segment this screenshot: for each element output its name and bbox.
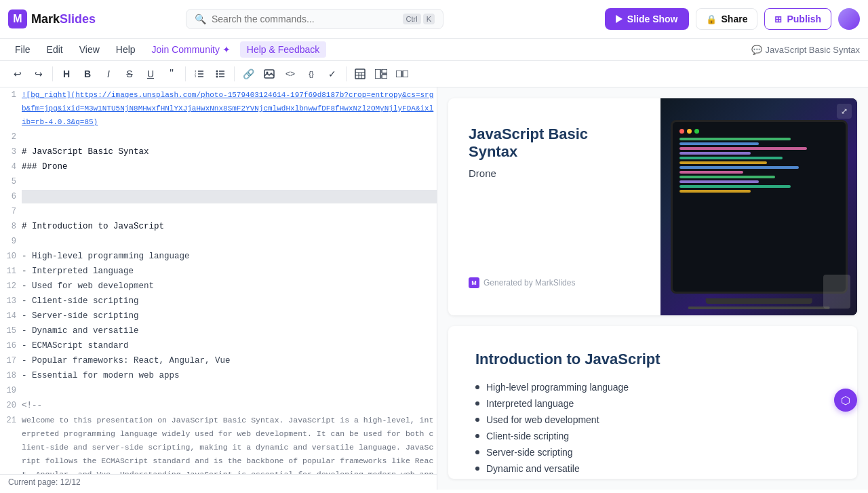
italic-button[interactable]: I xyxy=(99,64,118,83)
avatar[interactable] xyxy=(838,8,860,30)
slide-1-text: JavaScript Basic Syntax Drone xyxy=(469,125,640,179)
editor-line: 5 xyxy=(0,174,437,189)
search-input[interactable] xyxy=(212,14,397,24)
editor-line: 1 ![bg_right](https://images.unsplash.co… xyxy=(0,87,437,130)
lock-icon: 🔒 xyxy=(706,14,717,24)
menu-file[interactable]: File xyxy=(8,41,37,58)
svg-text:3: 3 xyxy=(195,75,197,78)
slide-1-subtitle: Drone xyxy=(469,167,640,179)
list-item: Client-side scripting xyxy=(475,431,830,441)
bullet-icon xyxy=(475,401,479,406)
undo-button[interactable]: ↩ xyxy=(8,64,27,83)
editor-line: 17 - Popular frameworks: React, Angular,… xyxy=(0,353,437,368)
menubar: File Edit View Help Join Community ✦ Hel… xyxy=(0,39,868,61)
code-block-button[interactable]: {} xyxy=(302,64,321,83)
menu-feedback[interactable]: Help & Feedback xyxy=(240,41,326,58)
slide-1-image: ⤢ xyxy=(660,98,857,315)
list-item: Used for web development xyxy=(475,414,830,425)
main-content: 1 ![bg_right](https://images.unsplash.co… xyxy=(0,87,868,490)
slide-brand: M Generated by MarkSlides xyxy=(469,277,640,288)
image-button[interactable] xyxy=(260,64,279,83)
svg-rect-20 xyxy=(382,69,387,73)
svg-point-10 xyxy=(216,76,218,78)
editor-line: 10 - High-level programming language xyxy=(0,249,437,264)
bullet-icon xyxy=(475,434,479,438)
share-button[interactable]: 🔒 Share xyxy=(696,8,758,30)
slide-card-2: Introduction to JavaScript High-level pr… xyxy=(448,326,857,479)
svg-rect-22 xyxy=(396,71,401,77)
underline-button[interactable]: U xyxy=(141,64,160,83)
editor-line: 19 xyxy=(0,383,437,398)
editor-line: 18 - Essential for modern web apps xyxy=(0,368,437,383)
editor-line: 15 - Dynamic and versatile xyxy=(0,323,437,338)
editor-line: 13 - Client-side scripting xyxy=(0,294,437,309)
svg-point-6 xyxy=(216,71,218,73)
monitor xyxy=(671,120,848,294)
table-button[interactable] xyxy=(351,64,370,83)
search-bar[interactable]: 🔍 Ctrl K xyxy=(186,9,443,29)
editor-line: 4 ### Drone xyxy=(0,159,437,174)
preview-pane[interactable]: JavaScript Basic Syntax Drone M Generate… xyxy=(437,87,868,490)
editor-footer: Current page: 12/12 xyxy=(0,474,437,490)
strikethrough-button[interactable]: S xyxy=(120,64,139,83)
header-actions: Slide Show 🔒 Share ⊞ Publish xyxy=(605,8,860,30)
layout-button[interactable] xyxy=(372,64,391,83)
list-item: Dynamic and versatile xyxy=(475,463,830,474)
menu-help[interactable]: Help xyxy=(109,41,142,58)
code-inline-button[interactable]: <> xyxy=(281,64,300,83)
svg-rect-23 xyxy=(403,71,408,77)
editor-line: 7 xyxy=(0,204,437,219)
ordered-list-button[interactable]: 123 xyxy=(190,64,209,83)
editor-line: 2 xyxy=(0,130,437,144)
play-icon xyxy=(616,15,623,23)
grid-icon: ⊞ xyxy=(774,14,782,24)
slide-card-1: JavaScript Basic Syntax Drone M Generate… xyxy=(448,98,857,315)
check-button[interactable]: ✓ xyxy=(323,64,342,83)
slideshow-button[interactable]: Slide Show xyxy=(605,8,689,30)
slide-2-list: High-level programming language Interpre… xyxy=(475,382,830,479)
slide-2-title: Introduction to JavaScript xyxy=(475,351,830,368)
chat-icon: 💬 xyxy=(751,45,762,55)
svg-rect-14 xyxy=(355,69,365,79)
logo-text: MarkSlides xyxy=(31,12,96,26)
editor-line: 20 <!-- xyxy=(0,398,437,413)
expand-slide-button[interactable]: ⤢ xyxy=(837,104,852,119)
redo-button[interactable]: ↪ xyxy=(29,64,48,83)
menu-view[interactable]: View xyxy=(73,41,106,58)
list-item: High-level programming language xyxy=(475,382,830,393)
editor-line: 9 xyxy=(0,234,437,249)
menu-community[interactable]: Join Community ✦ xyxy=(145,41,237,58)
breadcrumb: 💬 JavaScript Basic Syntax xyxy=(751,45,860,55)
list-item: Interpreted language xyxy=(475,398,830,409)
bullet-icon xyxy=(475,418,479,422)
editor-line: 14 - Server-side scripting xyxy=(0,309,437,323)
slide-1-title: JavaScript Basic Syntax xyxy=(469,125,640,161)
editor-line: 8 # Introduction to JavaScript xyxy=(0,219,437,234)
menu-edit[interactable]: Edit xyxy=(40,41,70,58)
app-header: M MarkSlides 🔍 Ctrl K Slide Show 🔒 Share… xyxy=(0,0,868,39)
list-item: Server-side scripting xyxy=(475,447,830,458)
search-icon: 🔍 xyxy=(195,14,206,24)
heading-button[interactable]: H xyxy=(57,64,76,83)
slide-bg-image xyxy=(660,98,857,315)
bold-button[interactable]: B xyxy=(78,64,97,83)
editor-line: 21 Welcome to this presentation on JavaS… xyxy=(0,413,437,474)
copilot-button[interactable]: ⬡ xyxy=(834,389,857,412)
unordered-list-button[interactable] xyxy=(211,64,230,83)
publish-button[interactable]: ⊞ Publish xyxy=(764,8,831,30)
svg-rect-19 xyxy=(375,69,380,79)
link-button[interactable]: 🔗 xyxy=(239,64,258,83)
more-button[interactable] xyxy=(393,64,412,83)
svg-rect-21 xyxy=(382,75,387,79)
bullet-icon xyxy=(475,385,479,389)
editor-content[interactable]: 1 ![bg_right](https://images.unsplash.co… xyxy=(0,87,437,474)
editor-line: 3 # JavaScript Basic Syntax xyxy=(0,144,437,159)
slide-1-content: JavaScript Basic Syntax Drone M Generate… xyxy=(448,98,660,315)
svg-point-8 xyxy=(216,73,218,75)
logo-icon: M xyxy=(8,9,27,28)
quote-button[interactable]: " xyxy=(162,64,181,83)
editor-line: 16 - ECMAScript standard xyxy=(0,338,437,353)
toolbar-divider-3 xyxy=(234,66,235,81)
app-logo[interactable]: M MarkSlides xyxy=(8,9,96,28)
search-shortcut: Ctrl K xyxy=(403,14,435,24)
